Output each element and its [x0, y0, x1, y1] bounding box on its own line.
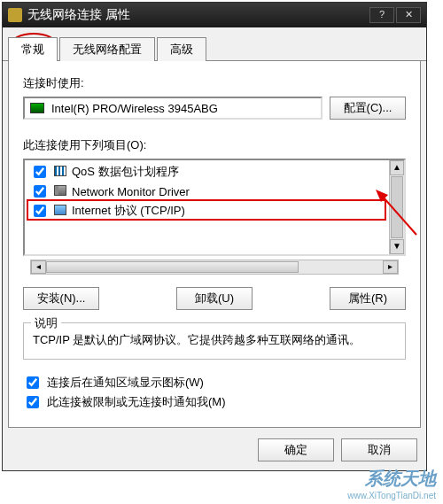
scroll-down-button[interactable]: ▼ — [390, 239, 404, 254]
network-monitor-icon — [54, 185, 66, 198]
list-item[interactable]: Internet 协议 (TCP/IP) — [27, 201, 386, 221]
adapter-field: Intel(R) PRO/Wireless 3945ABG — [23, 97, 323, 120]
scroll-left-button[interactable]: ◂ — [31, 260, 46, 274]
components-listbox[interactable]: QoS 数据包计划程序 Network Monitor Driver Inter… — [23, 159, 406, 256]
item-checkbox[interactable] — [34, 185, 46, 198]
help-button[interactable]: ? — [369, 7, 394, 23]
notify-limited-checkbox-row[interactable]: 此连接被限制或无连接时通知我(M) — [23, 393, 406, 411]
scroll-thumb[interactable] — [391, 176, 403, 238]
install-button[interactable]: 安装(N)... — [23, 287, 99, 310]
configure-button[interactable]: 配置(C)... — [330, 97, 406, 120]
watermark-url: www.XiTongTianDi.net — [347, 491, 436, 500]
show-icon-checkbox-row[interactable]: 连接后在通知区域显示图标(W) — [23, 374, 406, 392]
nic-icon — [30, 103, 44, 113]
scroll-right-button[interactable]: ▸ — [383, 260, 398, 274]
watermark-text: 系统天地 — [347, 467, 436, 491]
show-icon-checkbox[interactable] — [27, 376, 39, 389]
tab-wireless[interactable]: 无线网络配置 — [59, 37, 155, 61]
list-item[interactable]: QoS 数据包计划程序 — [27, 162, 386, 182]
item-label: QoS 数据包计划程序 — [72, 164, 179, 180]
description-group: 说明 TCP/IP 是默认的广域网协议。它提供跨越多种互联网络的通讯。 — [23, 322, 406, 360]
properties-dialog: 无线网络连接 属性 ? ✕ 常规 无线网络配置 高级 连接时使用: Intel(… — [2, 2, 427, 471]
close-button[interactable]: ✕ — [396, 7, 421, 23]
item-label: Network Monitor Driver — [72, 185, 190, 198]
tab-bar: 常规 无线网络配置 高级 — [3, 27, 426, 61]
description-label: 说明 — [31, 315, 61, 331]
scroll-up-button[interactable]: ▲ — [390, 160, 404, 175]
component-button-row: 安装(N)... 卸载(U) 属性(R) — [23, 287, 406, 310]
general-panel: 连接时使用: Intel(R) PRO/Wireless 3945ABG 配置(… — [8, 61, 421, 428]
list-item[interactable]: Network Monitor Driver — [27, 182, 386, 201]
item-checkbox[interactable] — [34, 205, 46, 217]
cancel-button[interactable]: 取消 — [341, 438, 417, 461]
items-label: 此连接使用下列项目(O): — [23, 137, 406, 153]
dialog-footer: 确定 取消 — [3, 433, 426, 470]
hscroll-thumb[interactable] — [46, 261, 299, 273]
qos-icon — [54, 166, 66, 178]
horizontal-scrollbar[interactable]: ◂ ▸ — [30, 260, 399, 275]
adapter-name: Intel(R) PRO/Wireless 3945ABG — [51, 102, 218, 115]
item-checkbox[interactable] — [34, 166, 46, 178]
tcpip-icon — [54, 205, 66, 217]
vertical-scrollbar[interactable]: ▲ ▼ — [389, 160, 404, 254]
ok-button[interactable]: 确定 — [258, 438, 334, 461]
notify-limited-label: 此连接被限制或无连接时通知我(M) — [47, 394, 226, 410]
connect-using-label: 连接时使用: — [23, 75, 406, 91]
app-icon — [8, 8, 22, 22]
show-icon-label: 连接后在通知区域显示图标(W) — [47, 375, 204, 391]
item-label: Internet 协议 (TCP/IP) — [72, 203, 185, 219]
titlebar: 无线网络连接 属性 ? ✕ — [3, 3, 426, 27]
notify-limited-checkbox[interactable] — [27, 396, 39, 408]
description-text: TCP/IP 是默认的广域网协议。它提供跨越多种互联网络的通讯。 — [33, 330, 396, 350]
window-title: 无线网络连接 属性 — [27, 7, 368, 23]
properties-button[interactable]: 属性(R) — [330, 287, 406, 310]
watermark: 系统天地 www.XiTongTianDi.net — [347, 467, 436, 500]
tab-advanced[interactable]: 高级 — [157, 37, 206, 61]
tab-general[interactable]: 常规 — [8, 37, 58, 61]
uninstall-button[interactable]: 卸载(U) — [176, 287, 253, 310]
